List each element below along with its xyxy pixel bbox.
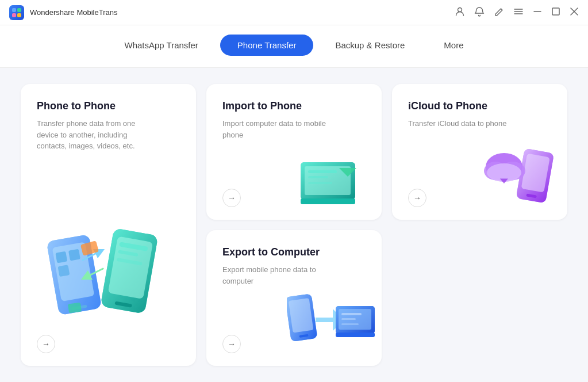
- menu-icon[interactable]: [513, 6, 524, 19]
- card-icloud-title: iCloud to Phone: [408, 100, 551, 112]
- edit-icon[interactable]: [494, 6, 504, 19]
- card-import-to-phone[interactable]: Import to Phone Import computer data to …: [206, 84, 382, 220]
- card-import-arrow[interactable]: →: [222, 189, 241, 207]
- svg-rect-53: [341, 318, 356, 320]
- svg-rect-18: [58, 265, 70, 277]
- svg-rect-33: [308, 170, 337, 173]
- phone-to-phone-illustration: [31, 214, 180, 335]
- title-bar: Wondershare MobileTrans: [0, 0, 588, 25]
- user-icon[interactable]: [455, 6, 465, 19]
- card-icloud-to-phone[interactable]: iCloud to Phone Transfer iCloud data to …: [392, 84, 567, 220]
- svg-rect-34: [308, 176, 328, 178]
- svg-rect-17: [68, 249, 80, 261]
- close-button[interactable]: [570, 7, 579, 18]
- svg-rect-9: [552, 8, 559, 15]
- tab-backup-restore[interactable]: Backup & Restore: [318, 35, 422, 56]
- card-export-title: Export to Computer: [222, 246, 366, 258]
- tab-phone-transfer[interactable]: Phone Transfer: [220, 35, 314, 56]
- card-icloud-desc: Transfer iCloud data to phone: [408, 118, 523, 129]
- tab-whatsapp-transfer[interactable]: WhatsApp Transfer: [107, 35, 215, 56]
- svg-rect-16: [55, 251, 67, 263]
- card-export-to-computer[interactable]: Export to Computer Export mobile phone d…: [206, 230, 382, 366]
- export-illustration: [287, 283, 376, 358]
- notification-icon[interactable]: [474, 6, 485, 19]
- svg-point-4: [458, 7, 462, 12]
- app-title: Wondershare MobileTrans: [30, 8, 117, 17]
- svg-rect-3: [17, 13, 21, 17]
- svg-rect-51: [336, 333, 375, 337]
- card-icloud-arrow[interactable]: →: [408, 189, 426, 207]
- card-phone-to-phone-title: Phone to Phone: [37, 100, 180, 112]
- svg-rect-21: [68, 303, 82, 314]
- svg-rect-0: [12, 8, 16, 12]
- app-icon: [9, 5, 24, 20]
- card-phone-to-phone[interactable]: Phone to Phone Transfer phone data from …: [21, 84, 196, 366]
- cards-grid: Phone to Phone Transfer phone data from …: [21, 84, 567, 366]
- card-import-desc: Import computer data to mobile phone: [222, 118, 337, 140]
- svg-rect-54: [341, 323, 359, 325]
- minimize-button[interactable]: [533, 7, 542, 18]
- title-bar-controls: [455, 6, 579, 19]
- card-phone-to-phone-arrow[interactable]: →: [37, 335, 55, 353]
- card-phone-to-phone-desc: Transfer phone data from one device to a…: [37, 118, 152, 152]
- svg-rect-32: [301, 198, 355, 204]
- main-content: Phone to Phone Transfer phone data from …: [0, 68, 588, 382]
- svg-rect-52: [341, 313, 362, 315]
- maximize-button[interactable]: [551, 7, 560, 18]
- card-export-arrow[interactable]: →: [222, 335, 241, 353]
- svg-rect-2: [12, 13, 16, 17]
- card-import-title: Import to Phone: [222, 100, 366, 112]
- svg-rect-35: [308, 182, 332, 184]
- title-bar-left: Wondershare MobileTrans: [9, 5, 117, 20]
- nav-bar: WhatsApp Transfer Phone Transfer Backup …: [0, 25, 588, 68]
- import-illustration: [298, 145, 372, 208]
- svg-rect-1: [17, 8, 21, 12]
- icloud-illustration: [481, 139, 562, 208]
- tab-more[interactable]: More: [426, 35, 481, 56]
